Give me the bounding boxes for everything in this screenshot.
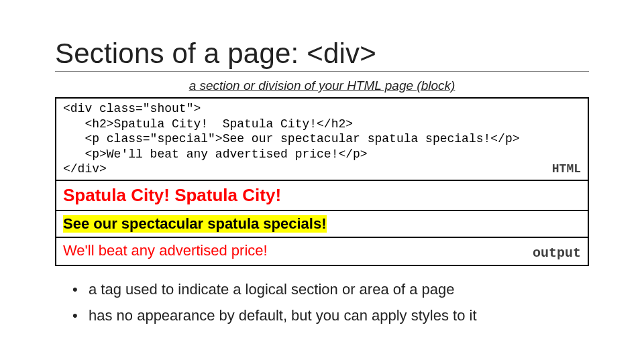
- code-example-box: <div class="shout"> <h2>Spatula City! Sp…: [55, 97, 589, 181]
- bullet-list: a tag used to indicate a logical section…: [55, 280, 589, 326]
- output-special-paragraph: See our spectacular spatula specials!: [63, 215, 327, 233]
- output-label: output: [533, 245, 581, 261]
- rendered-output-box: Spatula City! Spatula City! See our spec…: [55, 181, 589, 266]
- code-language-label: HTML: [552, 162, 581, 177]
- code-line: <p>We'll beat any advertised price!</p>: [63, 147, 368, 161]
- code-line: <p class="special">See our spectacular s…: [63, 132, 520, 145]
- bullet-item: a tag used to indicate a logical section…: [72, 280, 589, 300]
- code-line: <div class="shout">: [63, 102, 201, 115]
- bullet-item: has no appearance by default, but you ca…: [72, 306, 589, 326]
- divider: [56, 237, 588, 238]
- slide-title: Sections of a page: <div>: [55, 38, 589, 72]
- slide-subtitle: a section or division of your HTML page …: [55, 78, 589, 93]
- slide: Sections of a page: <div> a section or d…: [0, 0, 644, 362]
- output-paragraph: We'll beat any advertised price!: [63, 242, 581, 259]
- code-line: </div>: [63, 162, 107, 176]
- output-heading: Spatula City! Spatula City!: [63, 185, 581, 206]
- code-line: <h2>Spatula City! Spatula City!</h2>: [63, 117, 353, 131]
